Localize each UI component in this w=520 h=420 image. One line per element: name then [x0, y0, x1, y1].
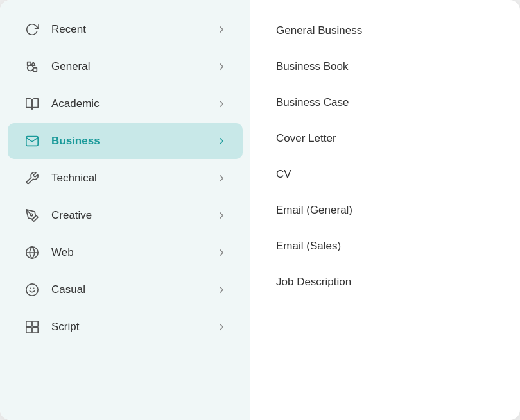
casual-icon: [23, 281, 41, 299]
sidebar-item-recent[interactable]: Recent: [8, 12, 243, 47]
content-item-6[interactable]: Email (Sales): [276, 228, 494, 264]
chevron-icon-casual: [216, 284, 227, 296]
sidebar-item-label-recent: Recent: [51, 23, 216, 36]
chevron-icon-technical: [216, 172, 227, 184]
svg-point-1: [30, 214, 33, 216]
sidebar-item-business[interactable]: Business: [8, 123, 243, 159]
svg-rect-7: [26, 321, 31, 326]
sidebar-item-label-casual: Casual: [51, 283, 216, 296]
sidebar-item-label-web: Web: [51, 246, 216, 259]
content-item-2[interactable]: Business Case: [276, 85, 494, 121]
svg-rect-0: [33, 68, 37, 72]
svg-point-4: [26, 284, 38, 296]
chevron-icon-academic: [216, 98, 227, 110]
chevron-icon-script: [216, 321, 227, 333]
content-item-0[interactable]: General Business: [276, 13, 494, 49]
content-item-1[interactable]: Business Book: [276, 49, 494, 85]
svg-rect-10: [33, 328, 38, 333]
academic-icon: [23, 95, 41, 113]
sidebar: Recent General Academic: [0, 0, 250, 420]
sidebar-item-label-creative: Creative: [51, 209, 216, 222]
content-item-7[interactable]: Job Description: [276, 264, 494, 300]
sidebar-item-academic[interactable]: Academic: [8, 86, 243, 122]
business-icon: [23, 132, 41, 150]
sidebar-item-label-technical: Technical: [51, 172, 216, 185]
sidebar-item-casual[interactable]: Casual: [8, 272, 243, 308]
sidebar-item-technical[interactable]: Technical: [8, 160, 243, 196]
content-panel: General Business Business Book Business …: [250, 0, 520, 420]
chevron-icon-general: [216, 61, 227, 72]
main-container: Recent General Academic: [0, 0, 520, 420]
content-item-3[interactable]: Cover Letter: [276, 121, 494, 156]
sidebar-item-general[interactable]: General: [8, 49, 243, 85]
sidebar-item-creative[interactable]: Creative: [8, 197, 243, 233]
script-icon: [23, 318, 41, 336]
creative-icon: [23, 206, 41, 224]
content-item-5[interactable]: Email (General): [276, 192, 494, 228]
sidebar-item-label-academic: Academic: [51, 97, 216, 110]
sidebar-item-label-script: Script: [51, 321, 216, 333]
recent-icon: [23, 21, 41, 38]
chevron-icon-web: [216, 247, 227, 258]
sidebar-item-label-general: General: [51, 60, 216, 73]
web-icon: [23, 244, 41, 262]
content-item-4[interactable]: CV: [276, 156, 494, 192]
chevron-icon-creative: [216, 210, 227, 221]
general-icon: [23, 58, 41, 76]
sidebar-item-script[interactable]: Script: [8, 309, 243, 345]
svg-rect-9: [26, 328, 31, 333]
chevron-icon-business: [216, 135, 227, 147]
sidebar-item-web[interactable]: Web: [8, 235, 243, 271]
svg-rect-8: [33, 321, 38, 326]
technical-icon: [23, 169, 41, 187]
sidebar-item-label-business: Business: [51, 135, 216, 147]
chevron-icon-recent: [216, 24, 227, 35]
